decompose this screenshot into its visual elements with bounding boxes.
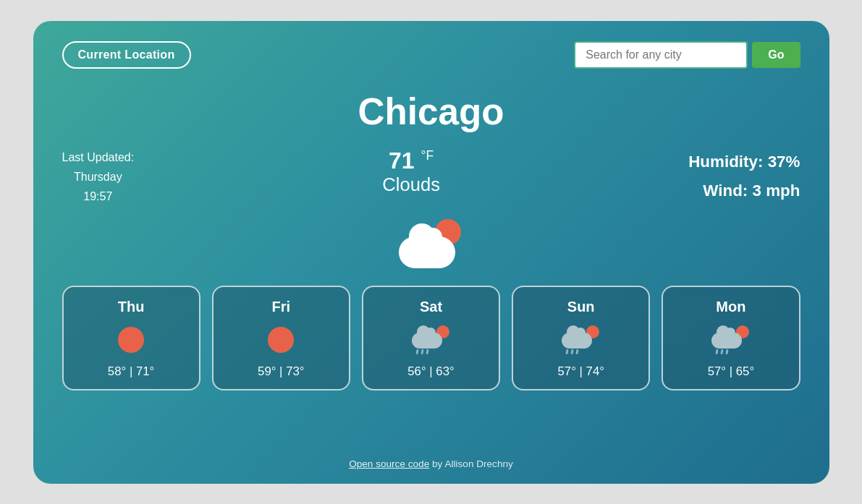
forecast-icon-mon [676,324,785,356]
last-updated-label: Last Updated: [62,151,135,163]
forecast-icon-fri [227,324,336,356]
forecast-low-fri: 59° [258,364,276,378]
forecast-low-thu: 58° [108,364,126,378]
city-name: Chicago [358,90,504,133]
raindrop [421,349,423,354]
cloud-body [399,236,455,268]
humidity-wind: Humidity: 37% Wind: 3 mph [688,148,800,206]
forecast-day-sat: Sat [376,299,486,315]
footer: Open source code by Allison Drechny [349,458,513,469]
forecast-low-sat: 56° [407,364,426,378]
raindrop [415,349,418,354]
forecast-icon-thu [77,324,186,356]
forecast-row: Thu 58° | 71° Fri 59° | 73° Sat [62,286,800,390]
cloud-sun-icon [399,218,464,268]
temperature-value: 71 [389,148,415,174]
weather-icon-area [399,218,464,268]
forecast-card-thu: Thu 58° | 71° [62,286,200,390]
source-code-link[interactable]: Open source code [349,458,429,469]
forecast-high-sat: 63° [436,364,454,378]
cloud-rain-drops-sun [566,349,578,354]
cloud-rain-cloud-sun [562,333,592,349]
cloud-rain-icon-sun [562,325,601,354]
raindrop [715,349,718,354]
weather-info: Last Updated: Thursday 19:57 71 °F Cloud… [62,148,800,207]
temperature-unit: °F [421,148,434,163]
forecast-low-mon: 57° [708,364,726,378]
forecast-day-thu: Thu [77,299,186,315]
forecast-high-thu: 71° [136,364,154,378]
temp-condition: 71 °F Clouds [382,148,440,195]
sun-icon-thu [118,327,144,353]
cloud-rain-icon-sat [412,325,451,354]
last-updated-day: Thursday [74,171,122,183]
forecast-card-fri: Fri 59° | 73° [212,286,350,390]
header: Current Location Go [62,41,800,69]
forecast-high-mon: 65° [736,364,754,378]
cloud-rain-drops-sat [416,349,428,354]
footer-suffix: by Allison Drechny [429,458,513,469]
raindrop [720,349,723,354]
forecast-high-fri: 73° [286,364,304,378]
temperature-line: 71 °F [382,148,440,174]
raindrop [575,349,578,354]
forecast-temps-mon: 57° | 65° [676,364,785,379]
cloud-rain-drops-mon [716,349,728,354]
forecast-day-fri: Fri [227,299,336,315]
forecast-icon-sat [376,324,486,356]
search-area: Go [574,41,800,69]
cloud-rain-icon-mon [711,325,751,354]
sun-icon-fri [268,327,294,353]
forecast-low-sun: 57° [557,364,575,378]
forecast-card-sun: Sun 57° | 74° [512,286,650,390]
forecast-day-mon: Mon [676,299,785,315]
weather-condition: Clouds [382,174,440,195]
forecast-temps-sun: 57° | 74° [526,364,635,379]
raindrop [725,349,728,354]
forecast-card-sat: Sat 56° | 63° [362,286,500,390]
humidity-label: Humidity: 37% [688,148,800,176]
cloud-rain-cloud-sat [412,333,442,349]
raindrop [426,349,428,354]
forecast-day-sun: Sun [526,299,635,315]
cloud-rain-cloud-mon [711,333,742,349]
current-location-button[interactable]: Current Location [62,41,191,69]
forecast-temps-fri: 59° | 73° [227,364,336,379]
raindrop [565,349,568,354]
forecast-temps-sat: 56° | 63° [376,364,486,379]
last-updated-time: 19:57 [83,190,112,202]
forecast-high-sun: 74° [586,364,604,378]
forecast-card-mon: Mon 57° | 65° [662,286,800,390]
wind-label: Wind: 3 mph [688,176,800,205]
search-input[interactable] [574,41,748,69]
raindrop [570,349,573,354]
last-updated: Last Updated: Thursday 19:57 [62,148,135,207]
go-button[interactable]: Go [752,42,800,68]
forecast-icon-sun [526,324,635,356]
forecast-temps-thu: 58° | 71° [77,364,186,379]
app-container: Current Location Go Chicago Last Updated… [33,21,829,484]
